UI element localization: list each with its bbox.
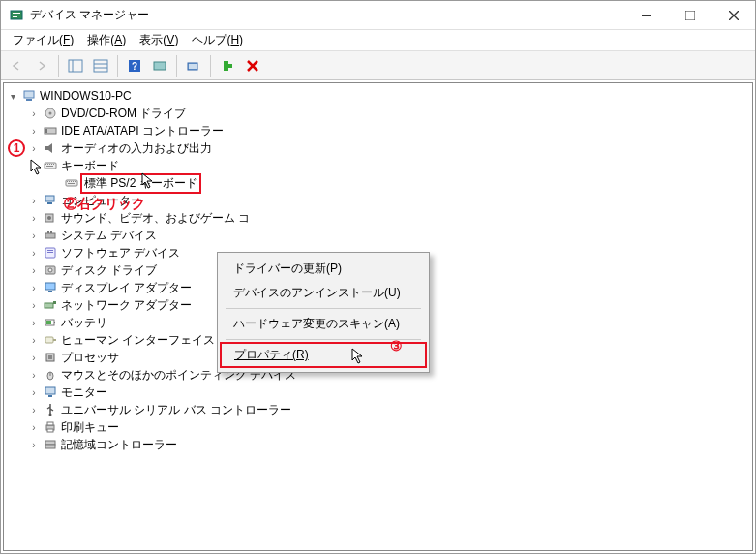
cpu-icon	[43, 350, 58, 365]
tree-item[interactable]: 標準 PS/2 キーボード	[6, 174, 750, 192]
tree-item[interactable]: ›ユニバーサル シリアル バス コントローラー	[6, 401, 750, 418]
disc-icon	[43, 106, 58, 121]
tree-item[interactable]: ▾キーボード	[6, 157, 750, 174]
tree-item[interactable]: ›IDE ATA/ATAPI コントローラー	[6, 122, 750, 139]
back-button[interactable]	[5, 54, 28, 77]
svg-rect-55	[48, 291, 52, 292]
chevron-right-icon[interactable]: ›	[27, 420, 41, 434]
toolbar-help-icon[interactable]: ?	[123, 54, 146, 77]
menu-action[interactable]: 操作(A)	[81, 30, 132, 50]
svg-rect-36	[67, 181, 68, 182]
svg-rect-33	[53, 164, 54, 165]
chevron-down-icon[interactable]: ▾	[6, 89, 19, 103]
sound-icon	[43, 210, 58, 226]
svg-rect-30	[47, 164, 48, 165]
svg-rect-64	[48, 355, 52, 359]
tree-item[interactable]: ›コンピューター	[6, 192, 750, 209]
svg-rect-51	[47, 252, 53, 253]
chevron-right-icon[interactable]: ›	[27, 351, 41, 364]
tree-item[interactable]: ›DVD/CD-ROM ドライブ	[6, 105, 750, 122]
chevron-right-icon[interactable]: ▾	[27, 159, 41, 172]
svg-rect-31	[49, 164, 50, 165]
tree-item-label: ディスク ドライブ	[61, 262, 157, 279]
tree-item[interactable]: ›記憶域コントローラー	[6, 436, 750, 453]
chevron-right-icon[interactable]: ›	[27, 107, 41, 120]
svg-rect-61	[45, 337, 53, 343]
audio-icon	[43, 140, 58, 156]
toolbar-add-device-icon[interactable]	[216, 54, 239, 77]
ctx-uninstall-device[interactable]: デバイスのアンインストール(U)	[220, 281, 427, 305]
display-icon	[43, 280, 58, 295]
svg-rect-17	[189, 64, 197, 69]
chevron-right-icon[interactable]: ›	[27, 316, 41, 329]
tree-item-label: 印刷キュー	[61, 419, 119, 436]
maximize-button[interactable]	[668, 1, 711, 30]
chevron-right-icon[interactable]: ›	[27, 368, 41, 382]
tree-item-label: プロセッサ	[61, 350, 119, 366]
computer-icon	[21, 88, 37, 104]
svg-rect-57	[53, 301, 56, 304]
forward-button[interactable]	[30, 54, 53, 77]
device-tree[interactable]: 1 ②右クリック ▾WINDOWS10-PC›DVD/CD-ROM ドライブ›I…	[3, 82, 753, 551]
tree-item-label: 記憶域コントローラー	[61, 437, 177, 453]
toolbar-view-icon[interactable]	[64, 54, 87, 77]
chevron-right-icon[interactable]: ›	[27, 298, 41, 312]
menu-view[interactable]: 表示(V)	[134, 30, 184, 50]
tree-item-label: ユニバーサル シリアル バス コントローラー	[61, 402, 291, 418]
svg-rect-15	[154, 62, 166, 70]
chevron-right-icon[interactable]: ›	[27, 229, 41, 242]
keyboard-icon	[64, 175, 79, 191]
chevron-right-icon[interactable]: ›	[27, 281, 41, 294]
chevron-right-icon[interactable]: ›	[27, 194, 41, 207]
svg-point-53	[48, 268, 52, 272]
tree-item[interactable]: ›印刷キュー	[6, 418, 750, 436]
ide-icon	[43, 123, 58, 138]
ctx-scan-hardware[interactable]: ハードウェア変更のスキャン(A)	[220, 312, 427, 336]
svg-rect-43	[47, 202, 52, 204]
chevron-right-icon[interactable]: ›	[27, 438, 41, 451]
tree-item[interactable]: ›モニター	[6, 384, 750, 401]
monitor-icon	[43, 385, 58, 400]
tree-item-label: IDE ATA/ATAPI コントローラー	[61, 123, 224, 139]
chevron-right-icon[interactable]: ›	[27, 124, 41, 138]
svg-text:?: ?	[132, 61, 137, 72]
tree-root[interactable]: ▾WINDOWS10-PC	[6, 87, 750, 105]
chevron-right-icon[interactable]: ›	[27, 211, 41, 225]
chevron-right-icon[interactable]: ›	[27, 385, 41, 399]
tree-item-label: コンピューター	[61, 193, 142, 209]
storage-icon	[43, 437, 58, 452]
toolbar-devices-icon[interactable]	[148, 54, 171, 77]
software-icon	[43, 245, 58, 261]
ctx-update-driver[interactable]: ドライバーの更新(P)	[220, 257, 427, 281]
chevron-right-icon[interactable]: ›	[27, 246, 41, 260]
svg-rect-54	[45, 283, 55, 290]
toolbar-remove-icon[interactable]	[241, 54, 264, 77]
hid-icon	[43, 332, 58, 348]
svg-rect-8	[69, 60, 82, 72]
tree-item[interactable]: ›サウンド、ビデオ、およびゲーム コ	[6, 209, 750, 227]
ctx-properties[interactable]: プロパティ(R)	[221, 343, 426, 367]
svg-rect-38	[71, 181, 72, 182]
chevron-right-icon[interactable]: ›	[27, 263, 41, 277]
chevron-right-icon[interactable]	[48, 176, 62, 190]
chevron-right-icon[interactable]: ›	[27, 141, 41, 155]
tree-item-label: オーディオの入力および出力	[61, 140, 212, 157]
toolbar-list-icon[interactable]	[89, 54, 112, 77]
svg-rect-37	[69, 181, 70, 182]
tree-item-label: キーボード	[61, 158, 119, 174]
tree-item[interactable]: ›システム デバイス	[6, 227, 750, 244]
toolbar-scan-icon[interactable]	[182, 54, 205, 77]
toolbar-sep	[58, 55, 59, 77]
tree-item[interactable]: ›オーディオの入力および出力	[6, 139, 750, 157]
svg-rect-46	[45, 233, 55, 238]
computer-icon	[43, 193, 58, 208]
menu-file[interactable]: ファイル(F)	[7, 30, 79, 50]
toolbar-sep	[117, 55, 118, 77]
svg-rect-68	[48, 395, 52, 397]
close-button[interactable]	[711, 1, 755, 30]
chevron-right-icon[interactable]: ›	[27, 333, 41, 347]
chevron-right-icon[interactable]: ›	[27, 403, 41, 416]
ctx-sep	[226, 339, 421, 340]
menu-help[interactable]: ヘルプ(H)	[186, 30, 249, 50]
minimize-button[interactable]	[624, 1, 668, 30]
